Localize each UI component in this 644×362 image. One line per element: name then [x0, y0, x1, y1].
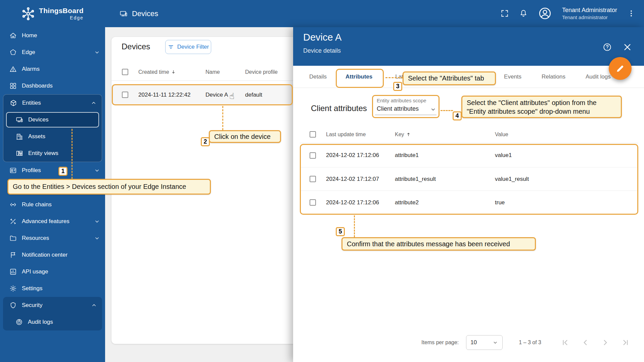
brand-text: ThingsBoard Edge: [39, 7, 84, 20]
user-name: Tenant Administrator: [562, 6, 617, 14]
row-checkbox[interactable]: [310, 176, 316, 182]
attribute-row[interactable]: 2024-12-02 17:12:07 attribute1_result va…: [300, 167, 638, 191]
sidebar-item-label: Dashboards: [22, 83, 53, 89]
annotation-step1-text: Go to the Entities > Devices section of …: [7, 179, 211, 195]
hand-cursor-icon: ☝: [229, 91, 234, 101]
attribute-time: 2024-12-02 17:12:06: [326, 152, 395, 159]
sidebar-item-label: Resources: [22, 235, 49, 242]
items-per-page-label: Items per page:: [421, 340, 459, 346]
sidebar-item-advanced-features[interactable]: Advanced features: [0, 213, 105, 230]
edit-fab-button[interactable]: [609, 57, 632, 80]
entities-nav-group: Entities Devices Assets Entity views: [3, 94, 102, 162]
scope-label: Entity attributes scope: [377, 98, 426, 103]
annotation-step-number: 4: [453, 111, 462, 120]
device-name: Device A: [205, 92, 245, 98]
chevron-up-icon: [91, 302, 97, 309]
row-checkbox[interactable]: [122, 92, 128, 98]
security-nav-group: Security Audit logs: [3, 297, 102, 330]
topbar-actions: Tenant Administrator Tenant administrato…: [500, 6, 635, 21]
chevron-down-icon: [94, 218, 100, 225]
sort-desc-icon: [171, 69, 176, 75]
created-time-column-header[interactable]: Created time: [138, 69, 205, 75]
sidebar-item-label: Alarms: [22, 66, 40, 72]
brand-logo[interactable]: ThingsBoard Edge: [0, 0, 105, 27]
sidebar-item-api-usage[interactable]: API usage: [0, 263, 105, 280]
last-update-column-header[interactable]: Last update time: [326, 132, 395, 138]
avatar[interactable]: [538, 6, 552, 20]
sidebar-item-devices[interactable]: Devices: [6, 112, 99, 127]
sidebar-item-label: Entity views: [28, 150, 58, 157]
sidebar-item-security[interactable]: Security: [3, 297, 102, 314]
flag-icon: [9, 251, 17, 259]
first-page-button[interactable]: [561, 338, 569, 347]
select-all-checkbox[interactable]: [310, 131, 316, 138]
sidebar-item-resources[interactable]: Resources: [0, 230, 105, 247]
annotation-step-number: 1: [58, 167, 67, 176]
attributes-table-header: Last update time Key Value: [300, 126, 638, 143]
close-icon[interactable]: [623, 43, 632, 52]
select-all-checkbox[interactable]: [122, 69, 128, 75]
sidebar-item-label: Home: [22, 32, 37, 39]
devices-heading: Devices: [122, 42, 150, 51]
tab-events[interactable]: Events: [494, 66, 532, 88]
name-column-header[interactable]: Name: [205, 69, 245, 75]
attribute-key: attribute1_result: [395, 176, 495, 183]
sidebar-item-label: API usage: [22, 268, 48, 275]
row-checkbox[interactable]: [310, 199, 316, 206]
sidebar-item-label: Edge: [22, 49, 35, 56]
attribute-time: 2024-12-02 17:12:07: [326, 176, 395, 183]
sidebar-item-rule-chains[interactable]: Rule chains: [0, 196, 105, 213]
device-row[interactable]: 2024-11-11 12:22:42 Device A default: [111, 84, 293, 105]
sidebar-item-edge[interactable]: Edge: [0, 44, 105, 61]
sidebar-item-label: Advanced features: [22, 218, 70, 225]
sidebar-item-label: Security: [22, 302, 42, 309]
sidebar-item-assets[interactable]: Assets: [3, 128, 102, 145]
entities-icon: [10, 99, 17, 107]
sidebar-item-entity-views[interactable]: Entity views: [3, 145, 102, 162]
sidebar-item-entities[interactable]: Entities: [3, 95, 102, 111]
device-details-subtitle: Device details: [303, 47, 341, 54]
sidebar-item-label: Profiles: [22, 167, 41, 174]
device-filter-label: Device Filter: [177, 44, 209, 50]
sidebar-item-home[interactable]: Home: [0, 27, 105, 44]
value-column-header[interactable]: Value: [495, 132, 638, 138]
fullscreen-icon[interactable]: [500, 9, 509, 18]
attribute-key: attribute2: [395, 199, 495, 206]
sidebar-item-alarms[interactable]: Alarms: [0, 61, 105, 77]
device-profile-column-header[interactable]: Device profile: [245, 69, 293, 75]
attribute-row[interactable]: 2024-12-02 17:12:06 attribute1 value1: [300, 144, 638, 167]
entity-views-icon: [16, 150, 23, 157]
sidebar-item-dashboards[interactable]: Dashboards: [0, 77, 105, 94]
attribute-value: true: [495, 199, 638, 206]
sidebar-item-profiles[interactable]: Profiles: [0, 162, 105, 179]
row-checkbox[interactable]: [310, 152, 316, 159]
tab-relations[interactable]: Relations: [532, 66, 576, 88]
last-page-button[interactable]: [621, 338, 630, 347]
items-per-page-value: 10: [470, 339, 477, 346]
next-page-button[interactable]: [601, 338, 610, 347]
tab-attributes[interactable]: Attributes: [336, 66, 382, 88]
help-icon[interactable]: [603, 43, 612, 52]
attribute-row[interactable]: 2024-12-02 17:12:06 attribute2 true: [300, 191, 638, 214]
sidebar-item-label: Rule chains: [22, 201, 52, 208]
key-column-header[interactable]: Key: [395, 132, 495, 138]
entity-attributes-scope-select[interactable]: Entity attributes scope Client attribute…: [372, 95, 440, 118]
sidebar-item-label: Entities: [22, 100, 41, 106]
device-filter-button[interactable]: Device Filter: [165, 40, 211, 54]
gear-icon: [9, 285, 17, 292]
previous-page-button[interactable]: [581, 338, 590, 347]
sidebar-item-label: Settings: [22, 285, 42, 292]
devices-icon: [16, 116, 23, 123]
kebab-menu-icon[interactable]: [627, 9, 635, 17]
dropdown-caret-icon: [492, 340, 498, 346]
sidebar-item-notification-center[interactable]: Notification center: [0, 247, 105, 263]
items-per-page-select[interactable]: 10: [466, 335, 503, 350]
sidebar-item-settings[interactable]: Settings: [0, 280, 105, 297]
sidebar-item-audit-logs[interactable]: Audit logs: [3, 314, 102, 330]
user-info[interactable]: Tenant Administrator Tenant administrato…: [562, 6, 617, 21]
dropdown-caret-icon: [430, 106, 436, 113]
attributes-table-body: 2024-12-02 17:12:06 attribute1 value1 20…: [300, 144, 638, 214]
notifications-bell-icon[interactable]: [519, 9, 528, 18]
profiles-icon: [9, 167, 17, 174]
tab-details[interactable]: Details: [300, 66, 336, 88]
